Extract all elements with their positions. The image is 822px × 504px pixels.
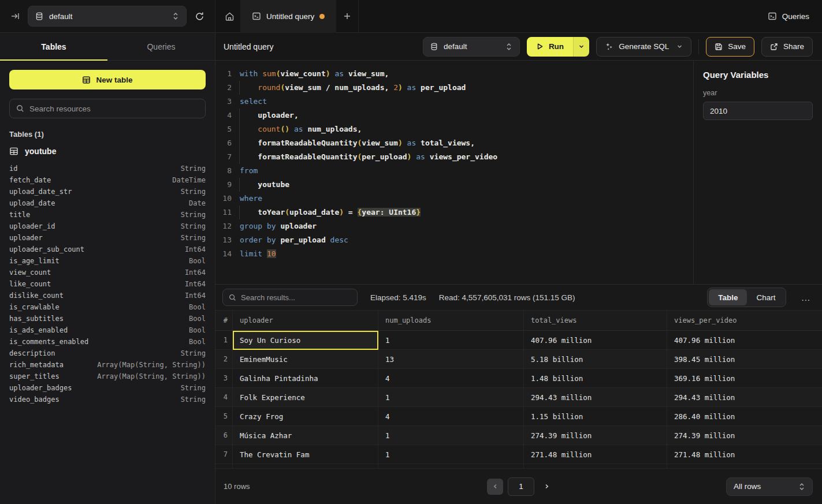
table-cell[interactable]: 274.39 million: [667, 426, 822, 445]
new-tab-button[interactable]: [341, 10, 354, 23]
table-cell[interactable]: 5.18 billion: [524, 350, 667, 369]
table-cell[interactable]: Galinha Pintadinha: [233, 369, 378, 388]
current-page-indicator[interactable]: 1: [508, 477, 534, 496]
table-column-row[interactable]: uploaderString: [9, 232, 206, 244]
new-table-button[interactable]: New table: [9, 70, 206, 89]
table-cell[interactable]: 1: [378, 445, 524, 464]
table-column-row[interactable]: upload_dateDate: [9, 197, 206, 209]
share-button[interactable]: Share: [761, 37, 813, 57]
table-cell[interactable]: 1: [378, 426, 524, 445]
table-column-row[interactable]: idString: [9, 163, 206, 174]
next-page-button[interactable]: [539, 479, 554, 494]
view-tab-table[interactable]: Table: [709, 289, 747, 305]
code-line[interactable]: 5 count() as num_uploads,: [215, 122, 693, 136]
table-column-row[interactable]: video_badgesString: [9, 394, 206, 405]
previous-page-button[interactable]: [487, 479, 503, 495]
table-cell[interactable]: 294.43 million: [667, 388, 822, 407]
code-line[interactable]: 6 formatReadableQuantity(view_sum) as to…: [215, 136, 693, 150]
table-column-row[interactable]: super_titlesArray(Map(String, String)): [9, 371, 206, 382]
table-column-row[interactable]: uploader_sub_countInt64: [9, 244, 206, 255]
table-cell[interactable]: 407.96 million: [524, 331, 667, 350]
table-column-row[interactable]: is_ads_enabledBool: [9, 324, 206, 336]
queries-panel-button[interactable]: Queries: [762, 8, 815, 24]
code-line[interactable]: 2 round(view_sum / num_uploads, 2) as pe…: [215, 81, 693, 95]
table-column-row[interactable]: upload_date_strString: [9, 186, 206, 197]
chevron-down-icon[interactable]: [676, 43, 683, 50]
results-search[interactable]: [222, 289, 358, 306]
column-header-uploader[interactable]: uploader: [233, 311, 378, 330]
table-cell[interactable]: Música Azhar: [233, 426, 378, 445]
table-column-row[interactable]: is_comments_enabledBool: [9, 336, 206, 348]
table-cell[interactable]: EminemMusic: [233, 350, 378, 369]
table-cell[interactable]: 407.96 million: [667, 331, 822, 350]
table-cell[interactable]: 271.48 million: [524, 445, 667, 464]
toolbar-database-selector[interactable]: default: [423, 37, 520, 57]
page-size-selector[interactable]: All rows: [726, 477, 813, 496]
code-line[interactable]: 1with sum(view_count) as view_sum,: [215, 67, 693, 81]
table-column-row[interactable]: rich_metadataArray(Map(String, String)): [9, 359, 206, 371]
code-line[interactable]: 11 toYear(upload_date) = {year: UInt16}: [215, 206, 693, 219]
view-tab-chart[interactable]: Chart: [747, 289, 784, 305]
table-column-row[interactable]: fetch_dateDateTime: [9, 174, 206, 186]
table-cell[interactable]: 4: [378, 369, 524, 388]
table-cell[interactable]: 274.39 million: [524, 426, 667, 445]
code-line[interactable]: 13order by per_upload desc: [215, 233, 693, 247]
database-selector[interactable]: default: [28, 6, 187, 27]
code-line[interactable]: 8from: [215, 164, 693, 178]
code-line[interactable]: 9 youtube: [215, 178, 693, 192]
table-column-row[interactable]: dislike_countInt64: [9, 290, 206, 301]
table-cell[interactable]: 294.43 million: [524, 388, 667, 407]
table-column-row[interactable]: is_age_limitBool: [9, 255, 206, 267]
table-cell[interactable]: Crazy Frog: [233, 407, 378, 426]
code-line[interactable]: 7 formatReadableQuantity(per_upload) as …: [215, 150, 693, 164]
table-cell[interactable]: The Crevatin Fam: [233, 445, 378, 464]
table-cell[interactable]: 13: [378, 350, 524, 369]
table-cell[interactable]: 369.16 million: [667, 369, 822, 388]
code-line[interactable]: 4 uploader,: [215, 109, 693, 122]
table-cell[interactable]: Folk Experience: [233, 388, 378, 407]
table-cell[interactable]: 271.48 million: [667, 445, 822, 464]
table-cell[interactable]: 1.15 billion: [524, 407, 667, 426]
generate-sql-label: Generate SQL: [619, 42, 669, 51]
code-line[interactable]: 10where: [215, 192, 693, 206]
table-cell[interactable]: 4: [378, 407, 524, 426]
sidebar-tab-tables[interactable]: Tables: [0, 33, 107, 60]
table-column-row[interactable]: is_crawlableBool: [9, 301, 206, 313]
run-options-button[interactable]: [573, 37, 589, 57]
table-column-row[interactable]: has_subtitlesBool: [9, 313, 206, 324]
generate-sql-button[interactable]: Generate SQL: [596, 37, 691, 57]
code-line[interactable]: 12group by uploader: [215, 219, 693, 233]
sidebar-tab-queries[interactable]: Queries: [107, 33, 215, 60]
table-cell[interactable]: 286.40 million: [667, 407, 822, 426]
tab-untitled-query[interactable]: Untitled query: [240, 0, 336, 33]
sql-editor[interactable]: 1with sum(view_count) as view_sum,2 roun…: [215, 61, 693, 284]
column-header-num_uploads[interactable]: num_uploads: [378, 311, 524, 330]
column-header-index[interactable]: #: [215, 311, 233, 330]
results-more-button[interactable]: ...: [799, 290, 813, 305]
code-line[interactable]: 3select: [215, 95, 693, 109]
table-column-row[interactable]: like_countInt64: [9, 278, 206, 290]
variable-year-input[interactable]: [703, 102, 813, 120]
sidebar-table-youtube[interactable]: youtube: [9, 145, 206, 157]
refresh-button[interactable]: [192, 9, 207, 24]
save-button[interactable]: Save: [706, 37, 754, 57]
column-header-total_views[interactable]: total_views: [524, 311, 667, 330]
table-column-row[interactable]: view_countInt64: [9, 267, 206, 278]
table-column-row[interactable]: descriptionString: [9, 348, 206, 359]
table-cell[interactable]: Soy Un Curioso: [233, 331, 378, 350]
home-button[interactable]: [222, 9, 237, 24]
code-line[interactable]: 14limit 10: [215, 247, 693, 261]
table-cell[interactable]: 398.45 million: [667, 350, 822, 369]
run-button[interactable]: Run: [527, 37, 573, 57]
table-column-row[interactable]: titleString: [9, 209, 206, 221]
table-cell[interactable]: 1.48 billion: [524, 369, 667, 388]
column-header-views_per_video[interactable]: views_per_video: [667, 311, 822, 330]
resource-search[interactable]: [9, 99, 206, 118]
resource-search-input[interactable]: [29, 104, 199, 113]
results-search-input[interactable]: [241, 293, 351, 302]
table-cell[interactable]: 1: [378, 331, 524, 350]
table-cell[interactable]: 1: [378, 388, 524, 407]
collapse-sidebar-button[interactable]: [8, 9, 22, 23]
table-column-row[interactable]: uploader_idString: [9, 221, 206, 232]
table-column-row[interactable]: uploader_badgesString: [9, 382, 206, 394]
